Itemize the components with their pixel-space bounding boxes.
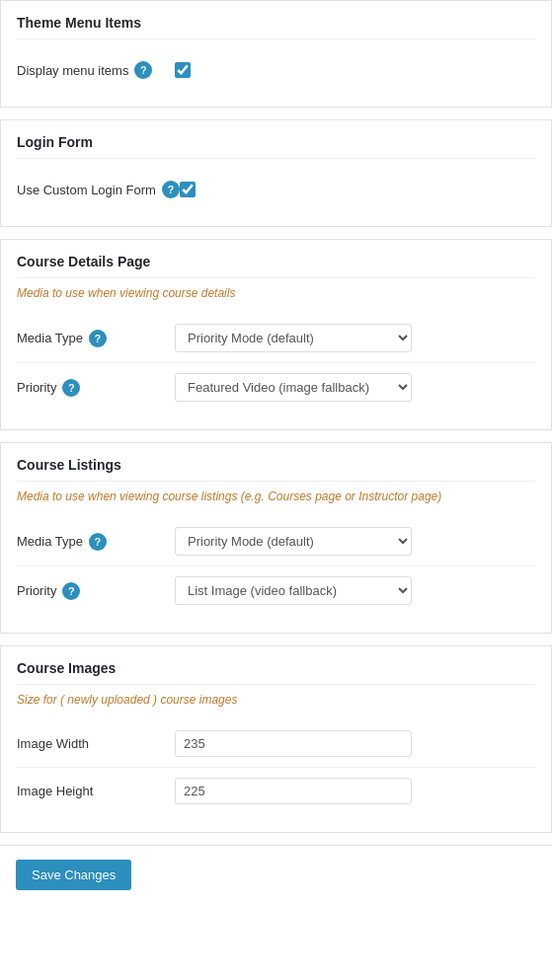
section-title-course-details-page: Course Details Page (17, 254, 535, 278)
field-row-course-details-priority: Priority?Featured Video (image fallback)… (17, 363, 535, 412)
field-control-course-listings-media-type: Priority Mode (default)Video OnlyImage O… (175, 527, 535, 556)
help-icon-course-listings-media-type[interactable]: ? (89, 533, 107, 551)
field-label-course-listings-media-type: Media Type? (17, 533, 175, 551)
field-label-image-width: Image Width (17, 736, 175, 751)
label-text-image-width: Image Width (17, 736, 89, 751)
footer-bar: Save Changes (0, 845, 552, 914)
section-subtitle-course-images: Size for ( newly uploaded ) course image… (17, 693, 535, 707)
field-control-image-height (175, 778, 535, 804)
field-label-course-details-media-type: Media Type? (17, 330, 175, 347)
label-text-course-details-media-type: Media Type (17, 331, 83, 345)
input-image-height[interactable] (175, 778, 412, 804)
section-theme-menu-items: Theme Menu ItemsDisplay menu items? (0, 0, 552, 108)
sections-container: Theme Menu ItemsDisplay menu items?Login… (0, 0, 552, 833)
select-course-details-priority[interactable]: Featured Video (image fallback)Featured … (175, 373, 412, 402)
field-control-course-details-media-type: Priority Mode (default)Video OnlyImage O… (175, 324, 535, 352)
field-row-image-width: Image Width (17, 720, 535, 768)
field-row-image-height: Image Height (17, 768, 535, 814)
select-course-listings-media-type[interactable]: Priority Mode (default)Video OnlyImage O… (175, 527, 412, 556)
select-course-listings-priority[interactable]: List Image (video fallback)Video (image … (175, 576, 412, 605)
field-row-course-listings-priority: Priority?List Image (video fallback)Vide… (17, 566, 535, 615)
field-control-image-width (175, 730, 535, 757)
label-text-use-custom-login-form: Use Custom Login Form (17, 183, 156, 197)
field-label-display-menu-items: Display menu items? (17, 61, 175, 79)
section-course-details-page: Course Details PageMedia to use when vie… (0, 239, 552, 430)
section-course-images: Course ImagesSize for ( newly uploaded )… (0, 645, 552, 833)
field-control-course-listings-priority: List Image (video fallback)Video (image … (175, 576, 535, 605)
checkbox-display-menu-items[interactable] (175, 62, 191, 78)
help-icon-use-custom-login-form[interactable]: ? (162, 181, 180, 198)
page-wrapper: Theme Menu ItemsDisplay menu items?Login… (0, 0, 552, 980)
field-control-display-menu-items (175, 62, 535, 78)
label-text-image-height: Image Height (17, 784, 93, 798)
field-row-course-details-media-type: Media Type?Priority Mode (default)Video … (17, 314, 535, 363)
field-label-use-custom-login-form: Use Custom Login Form? (17, 181, 180, 198)
save-button[interactable]: Save Changes (16, 860, 131, 890)
field-row-display-menu-items: Display menu items? (17, 51, 535, 89)
field-label-course-details-priority: Priority? (17, 379, 175, 397)
label-text-display-menu-items: Display menu items (17, 63, 128, 78)
label-text-course-details-priority: Priority (17, 380, 56, 395)
field-row-use-custom-login-form: Use Custom Login Form? (17, 171, 535, 208)
help-icon-course-details-priority[interactable]: ? (62, 379, 80, 397)
help-icon-course-details-media-type[interactable]: ? (89, 330, 107, 347)
checkbox-wrapper-use-custom-login-form (180, 182, 196, 197)
select-course-details-media-type[interactable]: Priority Mode (default)Video OnlyImage O… (175, 324, 412, 352)
field-control-course-details-priority: Featured Video (image fallback)Featured … (175, 373, 535, 402)
help-icon-display-menu-items[interactable]: ? (134, 61, 152, 79)
section-title-course-listings: Course Listings (17, 457, 535, 482)
input-image-width[interactable] (175, 730, 412, 757)
field-row-course-listings-media-type: Media Type?Priority Mode (default)Video … (17, 517, 535, 566)
checkbox-wrapper-display-menu-items (175, 62, 191, 78)
label-text-course-listings-media-type: Media Type (17, 534, 83, 549)
checkbox-use-custom-login-form[interactable] (180, 182, 196, 197)
section-title-login-form: Login Form (17, 134, 535, 159)
section-subtitle-course-details-page: Media to use when viewing course details (17, 286, 535, 300)
section-title-theme-menu-items: Theme Menu Items (17, 15, 535, 39)
section-login-form: Login FormUse Custom Login Form? (0, 119, 552, 227)
label-text-course-listings-priority: Priority (17, 583, 56, 598)
section-course-listings: Course ListingsMedia to use when viewing… (0, 442, 552, 634)
field-label-image-height: Image Height (17, 784, 175, 798)
help-icon-course-listings-priority[interactable]: ? (62, 582, 80, 600)
section-subtitle-course-listings: Media to use when viewing course listing… (17, 490, 535, 503)
field-control-use-custom-login-form (180, 182, 535, 197)
field-label-course-listings-priority: Priority? (17, 582, 175, 600)
section-title-course-images: Course Images (17, 660, 535, 685)
